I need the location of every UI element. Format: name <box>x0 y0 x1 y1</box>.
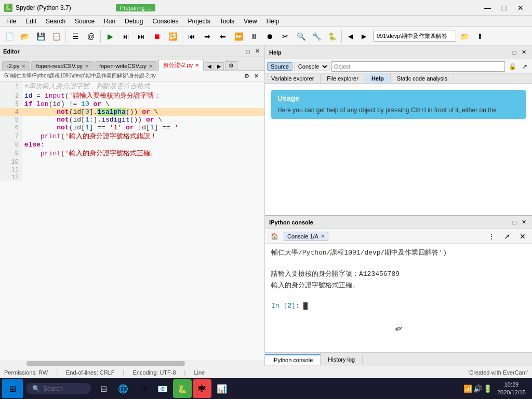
help-tab-static-analysis[interactable]: Static code analysis <box>391 74 454 83</box>
editor-tab-0[interactable]: -2.py ✕ <box>2 61 30 70</box>
help-source-btn[interactable]: Source <box>267 62 292 71</box>
toolbar-stop[interactable]: ⏹ <box>150 29 164 44</box>
ipython-console-tab[interactable]: Console 1/A ✕ <box>284 232 328 241</box>
taskbar-edge[interactable]: 🌐 <box>114 379 132 398</box>
taskbar-anaconda[interactable]: 🐍 <box>173 379 192 398</box>
tab-next[interactable]: ▶ <box>215 62 224 70</box>
help-tab-variable-explorer[interactable]: Variable explorer <box>265 74 321 83</box>
editor-tab-arrows: ◀ ▶ <box>205 62 224 70</box>
menu-projects[interactable]: Projects <box>184 17 215 26</box>
editor-maximize[interactable]: □ <box>244 47 252 56</box>
minimize-button[interactable]: — <box>480 2 495 14</box>
ipython-close[interactable]: ✕ <box>520 218 528 227</box>
toolbar-at[interactable]: @ <box>84 29 98 44</box>
menu-tools[interactable]: Tools <box>216 17 238 26</box>
menu-file[interactable]: File <box>2 17 20 26</box>
line-content-12 <box>22 174 264 181</box>
file-path-close[interactable]: ✕ <box>252 72 260 80</box>
toolbar-save-all[interactable]: 📋 <box>49 29 63 44</box>
taskbar-spyder[interactable]: 🕷 <box>193 379 211 398</box>
toolbar-run-cell[interactable]: ⏯ <box>118 29 133 44</box>
toolbar-up[interactable]: ⬆ <box>473 29 487 44</box>
help-tab-help[interactable]: Help <box>365 74 391 83</box>
taskbar-explorer[interactable]: 🗂 <box>134 379 152 398</box>
editor-settings-btn[interactable]: ⚙ <box>225 61 237 70</box>
toolbar-python[interactable]: 🐍 <box>325 29 339 44</box>
ipython-undock[interactable]: □ <box>510 218 518 227</box>
help-lock-btn[interactable]: 🔒 <box>507 61 517 72</box>
menu-search[interactable]: Search <box>42 17 70 26</box>
editor-tab-0-close[interactable]: ✕ <box>21 63 25 69</box>
status-right: 'Created with EverCam' <box>468 369 528 376</box>
toolbar-debug-6[interactable]: ⏺ <box>262 29 277 44</box>
toolbar-debug-3[interactable]: ⬅ <box>216 29 230 44</box>
console-tab-close[interactable]: ✕ <box>321 233 325 239</box>
menu-view[interactable]: View <box>240 17 261 26</box>
editor-close[interactable]: ✕ <box>253 47 261 56</box>
file-path-config[interactable]: ⚙ <box>243 72 251 80</box>
editor-tab-1[interactable]: fopen-readCSV.py ✕ <box>31 61 94 70</box>
toolbar-nav-back[interactable]: ◀ <box>344 29 356 44</box>
toolbar-debug-4[interactable]: ⏩ <box>231 29 246 44</box>
editor-tab-2-close[interactable]: ✕ <box>149 63 153 69</box>
menu-debug[interactable]: Debug <box>121 17 147 26</box>
help-console-select[interactable]: Console <box>295 62 329 71</box>
ipython-home[interactable]: 🏠 <box>267 229 282 244</box>
toolbar-run-sel[interactable]: ⏭ <box>134 29 149 44</box>
ipython-close-console[interactable]: ✕ <box>515 229 530 244</box>
maximize-button[interactable]: □ <box>497 2 511 14</box>
toolbar-list[interactable]: ☰ <box>68 29 83 44</box>
help-tab-file-explorer[interactable]: File explorer <box>321 74 365 83</box>
menu-help[interactable]: Help <box>262 17 284 26</box>
editor-tab-active[interactable]: 身分證-2.py ✕ <box>158 60 204 71</box>
help-external-btn[interactable]: ↗ <box>520 61 530 72</box>
bottom-tab-history[interactable]: History log <box>321 355 363 364</box>
ipython-content[interactable]: 輔仁大學/Python/課程1091/devp/期中及作業四解答') 請輸入要檢… <box>265 244 532 352</box>
toolbar-debug-1[interactable]: ⏮ <box>184 29 199 44</box>
title-bar: 🐍 Spyder (Python 3.7) Preparing ... — □ … <box>0 0 532 16</box>
taskbar-clock[interactable]: 10:29 2020/12/15 <box>493 381 530 397</box>
editor-tab-1-label: fopen-readCSV.py <box>36 63 83 69</box>
taskbar-search-input[interactable] <box>43 385 85 392</box>
taskbar-start-button[interactable]: ⊞ <box>2 379 23 398</box>
taskbar-powerpoint[interactable]: 📊 <box>212 379 231 398</box>
taskbar-volume-icon[interactable]: 🔊 <box>473 384 482 393</box>
taskbar-right: 📶 🔊 🔋 10:29 2020/12/15 <box>463 381 530 397</box>
menu-consoles[interactable]: Consoles <box>148 17 182 26</box>
editor-scrollbar[interactable] <box>0 361 264 366</box>
toolbar-debug-2[interactable]: ➡ <box>200 29 215 44</box>
toolbar-folder[interactable]: 📁 <box>457 29 472 44</box>
close-button[interactable]: ✕ <box>513 2 528 14</box>
ipython-expand[interactable]: ↗ <box>500 229 514 244</box>
toolbar-save[interactable]: 💾 <box>33 29 48 44</box>
toolbar-open[interactable]: 📂 <box>18 29 32 44</box>
menu-edit[interactable]: Edit <box>21 17 41 26</box>
code-line-7: 7 print('輸入的身分證字號格式錯誤！ <box>0 131 264 141</box>
toolbar-settings[interactable]: 🔧 <box>309 29 324 44</box>
toolbar-cut[interactable]: ✂ <box>278 29 292 44</box>
toolbar-find[interactable]: 🔍 <box>294 29 308 44</box>
editor-tab-2[interactable]: fopen-writeCSV.py ✕ <box>95 61 157 70</box>
menu-run[interactable]: Run <box>100 17 119 26</box>
tab-prev[interactable]: ◀ <box>205 62 214 70</box>
taskbar-task-view[interactable]: ⊟ <box>94 379 113 398</box>
toolbar-nav-forward[interactable]: ▶ <box>357 29 370 44</box>
taskbar-search-box[interactable]: 🔍 <box>26 383 91 394</box>
help-close[interactable]: ✕ <box>520 48 528 57</box>
toolbar-restart[interactable]: 🔁 <box>165 29 180 44</box>
taskbar-wifi-icon[interactable]: 📶 <box>463 384 472 393</box>
editor-tab-1-close[interactable]: ✕ <box>85 63 89 69</box>
code-editor[interactable]: 1 #單次輸入身分證字號，判斷是否符合格式 2 id = input('請輸入要… <box>0 82 264 361</box>
help-undock[interactable]: □ <box>510 48 518 57</box>
ipython-options[interactable]: ⋮ <box>484 229 499 244</box>
menu-source[interactable]: Source <box>71 17 99 26</box>
toolbar-path[interactable]: 091\devp\期中及作業四解答 <box>373 31 456 42</box>
help-object-input[interactable] <box>331 61 505 72</box>
editor-tab-active-close[interactable]: ✕ <box>195 62 199 68</box>
bottom-tab-ipython[interactable]: IPython console <box>265 354 321 365</box>
taskbar-mail[interactable]: 📧 <box>153 379 172 398</box>
toolbar-run[interactable]: ▶ <box>103 29 117 44</box>
taskbar-battery-icon[interactable]: 🔋 <box>483 384 492 393</box>
toolbar-debug-5[interactable]: ⏸ <box>247 29 261 44</box>
toolbar-new[interactable]: 📄 <box>2 29 17 44</box>
